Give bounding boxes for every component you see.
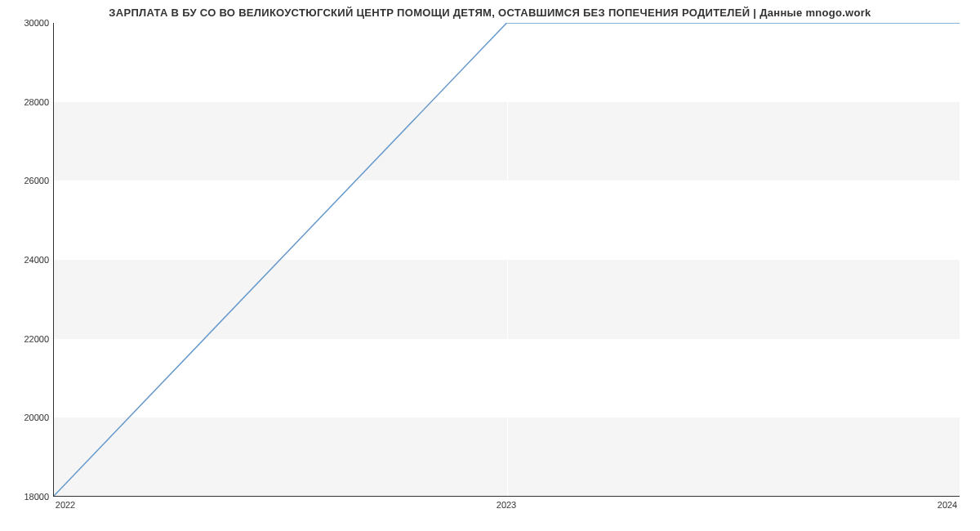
chart-container: ЗАРПЛАТА В БУ СО ВО ВЕЛИКОУСТЮГСКИЙ ЦЕНТ… <box>0 0 980 531</box>
grid-line-vertical <box>960 23 960 496</box>
y-tick-label: 26000 <box>24 176 49 185</box>
y-tick-label: 20000 <box>24 413 49 422</box>
y-tick-label: 18000 <box>24 492 49 502</box>
plot-area <box>53 23 960 497</box>
x-tick-label: 2023 <box>497 500 516 510</box>
y-tick-label: 22000 <box>24 334 49 344</box>
x-tick-label: 2024 <box>938 500 957 510</box>
y-tick-label: 24000 <box>24 255 49 265</box>
grid-line-vertical <box>507 23 508 496</box>
y-tick-label: 28000 <box>24 97 49 107</box>
y-tick-label: 30000 <box>24 18 49 28</box>
x-tick-label: 2022 <box>56 500 75 510</box>
chart-title: ЗАРПЛАТА В БУ СО ВО ВЕЛИКОУСТЮГСКИЙ ЦЕНТ… <box>0 7 980 19</box>
